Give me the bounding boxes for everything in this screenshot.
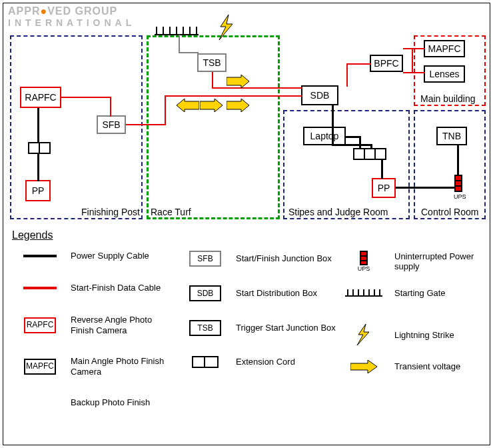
svg-marker-10 (227, 99, 249, 112)
leg-ext: Extension Cord (185, 356, 336, 368)
zone-stipes (283, 110, 410, 219)
node-tnb: TNB (436, 127, 467, 145)
svg-marker-21 (357, 324, 369, 345)
ups-label: UPS (454, 193, 466, 200)
transient-arrow-icon (200, 99, 223, 112)
node-pp-left: PP (25, 180, 51, 201)
leg-mapfc: MAPFC Main Angle Photo Finish Camera (20, 356, 171, 377)
zone-label-main-building: Main building (420, 93, 476, 104)
node-laptop: Laptop (303, 127, 346, 145)
leg-gate: Starting Gate (344, 288, 493, 299)
leg-sfb: SFB Start/Finish Junction Box (185, 251, 336, 267)
lightning-icon (217, 15, 237, 41)
transient-arrow-icon (227, 99, 249, 112)
node-bpfc: BPFC (370, 55, 403, 72)
leg-tsb: TSB Trigger Start Junction Box (185, 320, 336, 336)
ups-icon (454, 175, 462, 192)
ext-cord-right-c (374, 148, 386, 160)
node-sdb: SDB (301, 85, 338, 105)
transient-arrow-icon (227, 75, 249, 88)
transient-arrow-icon (177, 99, 199, 112)
starting-gate-icon (155, 25, 199, 37)
node-mapfc: MAPFC (424, 40, 465, 57)
ext-cord-left-b (39, 142, 51, 154)
node-sfb: SFB (97, 115, 126, 134)
zone-label-stipes: Stipes and Judge Room (288, 207, 388, 217)
logo: APPR●VED GROUP INTERNATIONAL (8, 5, 135, 28)
node-pp-right: PP (372, 178, 396, 198)
svg-marker-8 (219, 15, 233, 40)
svg-marker-9 (227, 75, 249, 88)
leg-transient: Transient voltage (344, 360, 493, 373)
leg-ups: UPS Uninterrupted Power supply (344, 251, 493, 273)
zone-label-finishing-post: Finishing Post (81, 207, 140, 217)
zone-label-race-turf: Race Turf (151, 207, 191, 217)
zone-label-control-room: Control Room (421, 207, 478, 217)
node-rapfc: RAPFC (20, 87, 61, 108)
leg-lightning: Lightning Strike (344, 324, 493, 347)
leg-bpfc: Backup Photo Finish (20, 397, 171, 408)
leg-rapfc: RAPFC Reverse Angle Photo Finish Camera (20, 315, 171, 335)
leg-data-cable: Start-Finish Data Cable (20, 283, 171, 293)
svg-marker-11 (177, 99, 199, 112)
leg-power-cable: Power Supply Cable (20, 251, 171, 261)
leg-sdb: SDB Start Distribution Box (185, 285, 336, 301)
svg-marker-22 (350, 360, 377, 373)
legends-title: Legends (12, 229, 53, 241)
svg-marker-12 (200, 99, 223, 112)
node-lenses: Lenses (424, 65, 465, 83)
node-tsb: TSB (197, 53, 227, 72)
